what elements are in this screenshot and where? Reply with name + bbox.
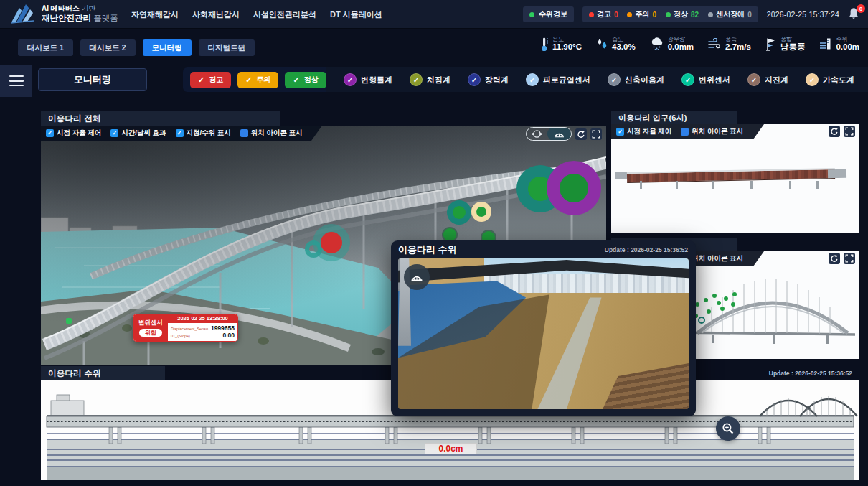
bridge-deck-model	[627, 168, 835, 183]
check-icon: ✓	[526, 73, 539, 86]
sensor-fault-dot-icon	[708, 12, 713, 17]
status-filter-group: ✓ 경고 ✓ 주의 ✓ 정상	[183, 67, 334, 92]
weather-rainfall: 강우량0.0mm	[650, 36, 694, 52]
thermometer-icon	[539, 37, 549, 52]
expand-icon[interactable]	[590, 128, 602, 140]
nav-social-disaster[interactable]: 사회재난감시	[192, 9, 240, 20]
checkbox-location-icon-display[interactable]: 위치 아이콘 표시	[681, 127, 743, 136]
tab-row: 대시보드 1 대시보드 2 모니터링 디지털트윈 온도11.90°C 습도43.…	[0, 29, 868, 65]
warning-dot-icon	[589, 12, 594, 17]
water-alert-badge[interactable]: 수위경보	[523, 6, 574, 22]
weather-wind-speed: 풍속2.7m/s	[708, 36, 751, 52]
zoom-in-icon[interactable]	[716, 416, 740, 441]
orbit-view-icon[interactable]	[527, 127, 547, 141]
bridge-model-part	[615, 172, 627, 179]
checkbox-time-weather-effect[interactable]: ✓ 시간/날씨 효과	[110, 128, 166, 138]
wind-icon	[708, 38, 722, 50]
sensor-bubble-alert-red[interactable]	[313, 224, 350, 261]
check-icon: ✓	[344, 73, 357, 86]
alert-normal: 정상 82	[666, 9, 699, 19]
dashboard-tabs: 대시보드 1 대시보드 2 모니터링 디지털트윈	[18, 39, 255, 56]
filter-caution-button[interactable]: ✓ 주의	[237, 72, 278, 88]
main-nav: 자연재해감시 사회재난감시 시설안전관리분석 DT 시뮬레이션	[131, 0, 382, 29]
sensor-filter-strain-gauge[interactable]: ✓ 변형률계	[344, 73, 392, 86]
panel-title: 이응다리 수위	[41, 366, 165, 380]
hamburger-menu-icon[interactable]	[9, 75, 24, 87]
page-title: 모니터링	[38, 68, 147, 91]
status-badge: 위험	[139, 329, 162, 337]
sensor-filter-displacement[interactable]: ✓ 변위센서	[681, 73, 730, 86]
filter-warning-button[interactable]: ✓ 경고	[190, 72, 231, 88]
bridge-badge-icon	[404, 264, 430, 290]
expand-icon[interactable]	[844, 126, 855, 137]
caution-dot-icon	[627, 12, 632, 17]
entrance-view-controls	[829, 126, 855, 137]
sensor-filter-expansion-joint[interactable]: ✓ 신축이음계	[608, 73, 664, 86]
view-mode-toggle	[526, 127, 572, 141]
normal-dot-icon	[666, 12, 671, 17]
app-title-line1: AI 메타버스	[42, 4, 80, 12]
checkbox-icon: ✓	[46, 129, 54, 137]
current-datetime: 2026-02-25 15:37:24	[767, 10, 839, 19]
sensor-filter-seismometer[interactable]: ✓ 지진계	[747, 73, 788, 86]
app-title-line2: 재난안전관리	[42, 14, 91, 22]
sensor-bubble-green-1[interactable]	[443, 228, 456, 241]
sensor-bubble-purple-large[interactable]	[547, 161, 601, 215]
checkbox-view-auto-control[interactable]: ✓ 시점 자율 제어	[46, 128, 101, 138]
nav-natural-disaster[interactable]: 자연재해감시	[131, 9, 179, 20]
refresh-icon[interactable]	[575, 128, 587, 140]
tooltip-timestamp: 2026-02-25 13:38:00	[168, 314, 237, 323]
elevation-update-time: Update : 2026-02-25 15:36:52	[769, 370, 852, 377]
bell-badge: 0	[857, 4, 865, 13]
checkbox-icon: ✓	[616, 128, 624, 136]
nav-facility-safety[interactable]: 시설안전관리분석	[253, 9, 316, 20]
bridge-entrance-panel: 이응다리 입구(6시) ✓ 시점 자율 제어 위치 아이콘 표시	[611, 111, 859, 233]
sensor-filter-tension[interactable]: ✓ 장력계	[468, 73, 509, 86]
sensor-bubble-teal-small[interactable]	[447, 200, 471, 225]
menu-rail	[0, 65, 32, 97]
sensor-marker-green-square[interactable]	[66, 318, 72, 324]
popup-update-time: Update : 2026-02-25 15:36:52	[605, 246, 688, 253]
tab-monitoring[interactable]: 모니터링	[143, 39, 192, 56]
weather-humidity: 습도43.0%	[596, 36, 636, 52]
tab-dashboard-2[interactable]: 대시보드 2	[80, 39, 136, 56]
refresh-icon[interactable]	[829, 126, 840, 137]
checkbox-terrain-water-display[interactable]: ✓ 지형/수위 표시	[176, 128, 231, 138]
cctv-image	[398, 258, 689, 409]
alert-summary: 경고 0 주의 0 정상 82 센서장애 0	[582, 6, 758, 22]
checkbox-location-icon-display[interactable]: 위치 아이콘 표시	[240, 128, 303, 138]
check-icon: ✓	[608, 73, 621, 86]
tab-digital-twin[interactable]: 디지털트윈	[199, 39, 255, 56]
expand-icon[interactable]	[844, 253, 855, 264]
bridge-view-icon[interactable]	[547, 127, 571, 141]
sensor-bubble-cream[interactable]	[471, 202, 491, 222]
sensor-filter-accelerometer[interactable]: ✓ 가속도계	[806, 73, 854, 86]
checkbox-view-auto-control[interactable]: ✓ 시점 자율 제어	[616, 127, 671, 136]
weather-strip: 온도11.90°C 습도43.0% 강우량0.0mm	[539, 36, 859, 52]
filter-normal-button[interactable]: ✓ 정상	[285, 72, 326, 88]
tab-dashboard-1[interactable]: 대시보드 1	[18, 39, 73, 56]
checkbox-icon	[681, 128, 689, 136]
bridge-model-part	[828, 169, 846, 178]
entrance-options-strip: ✓ 시점 자율 제어 위치 아이콘 표시	[611, 124, 764, 139]
panel-title: 이응다리 전체	[41, 111, 280, 126]
weather-temperature: 온도11.90°C	[539, 36, 582, 52]
check-icon: ✓	[806, 73, 819, 86]
sensor-filter-fatigue-crack[interactable]: ✓ 피로균열센서	[526, 73, 590, 86]
notification-bell-icon[interactable]: 0	[848, 7, 861, 22]
water-alert-dot-icon	[529, 12, 534, 17]
wooden-steps	[603, 363, 689, 409]
main-view-controls	[526, 127, 602, 141]
logo-wing-icon	[10, 3, 36, 24]
entrance-3d-viewport[interactable]: ✓ 시점 자율 제어 위치 아이콘 표시	[611, 124, 859, 233]
nav-dt-simulation[interactable]: DT 시뮬레이션	[330, 9, 382, 20]
city-skyline	[484, 274, 689, 293]
alert-sensor-fault: 센서장애 0	[708, 9, 752, 19]
checkbox-icon: ✓	[176, 129, 184, 137]
weather-wind-direction: 풍향남동풍	[765, 36, 806, 52]
refresh-icon[interactable]	[829, 253, 840, 264]
check-icon: ✓	[681, 73, 694, 86]
sensor-filter-deflection[interactable]: ✓ 처짐계	[410, 73, 450, 86]
rain-cloud-icon	[650, 37, 664, 50]
main-view-options-strip: ✓ 시점 자율 제어 ✓ 시간/날씨 효과 ✓ 지형/수위 표시 위치 아이콘 …	[41, 126, 322, 141]
